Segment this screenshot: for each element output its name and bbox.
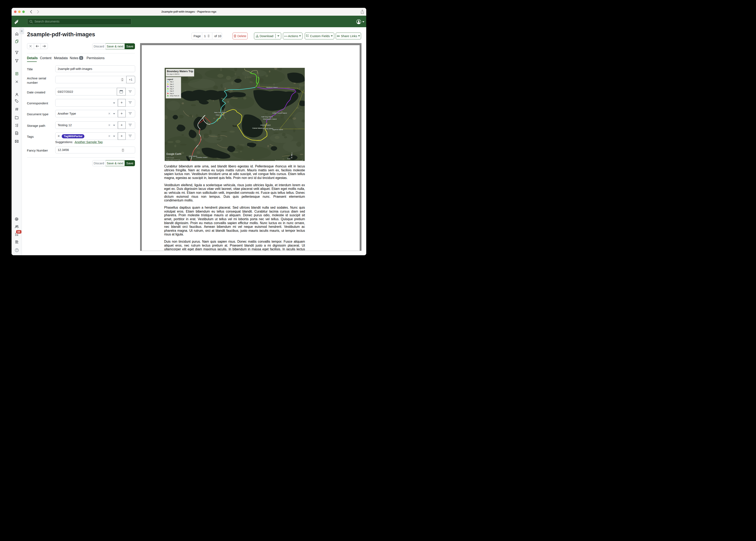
svg-text:Half Dog Island: Half Dog Island [261,116,273,118]
svg-text:Charlies Island: Charlies Island [196,157,207,158]
svg-text:Indian Grave Island: Indian Grave Island [272,112,287,114]
svg-text:Legend: Legend [167,78,173,80]
svg-text:Entry Point 24: Entry Point 24 [170,95,179,97]
svg-text:Hausons Island: Hausons Island [266,86,278,88]
svg-text:Norway Island: Norway Island [262,128,273,130]
svg-text:Six days in BWCA: Six days in BWCA [167,73,179,75]
svg-text:Day 6: Day 6 [170,93,174,94]
svg-text:Gary Island: Gary Island [216,114,224,116]
svg-text:Squirrel Island: Squirrel Island [272,129,283,131]
svg-text:Canoe Island: Canoe Island [252,127,262,129]
svg-text:© 2017 Google: © 2017 Google [166,157,174,158]
svg-text:Lincoln Island: Lincoln Island [260,124,270,126]
svg-text:Google Earth: Google Earth [166,153,181,156]
svg-text:3 mi: 3 mi [287,158,290,160]
svg-text:Day 3: Day 3 [170,86,174,87]
svg-text:Washington Island: Washington Island [263,118,276,120]
svg-text:N: N [291,156,292,159]
svg-text:Text: Text [232,125,237,127]
svg-text:Day 2: Day 2 [170,84,174,85]
svg-text:Day 1: Day 1 [170,81,174,83]
svg-text:Day 5: Day 5 [170,90,174,92]
svg-text:Boundary Waters Trip: Boundary Waters Trip [167,70,193,73]
svg-text:Mile Island: Mile Island [189,155,197,157]
svg-text:New York Island: New York Island [214,112,226,113]
svg-text:Image © 2017 DigitalGlobe: Image © 2017 DigitalGlobe [166,159,180,161]
svg-text:Day 4: Day 4 [170,88,174,90]
